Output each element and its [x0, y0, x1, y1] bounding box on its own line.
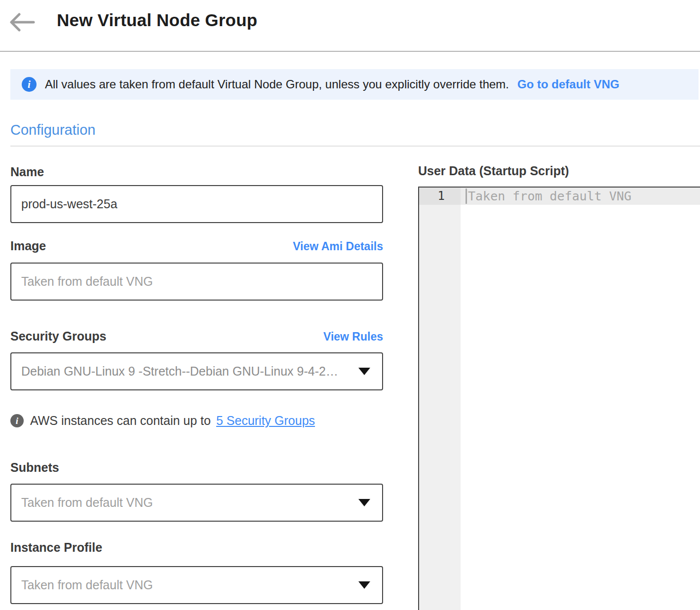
image-label: Image: [10, 239, 46, 253]
name-label: Name: [10, 165, 44, 179]
info-icon: i: [22, 77, 37, 92]
new-virtual-node-group-page: New Virtual Node Group i All values are …: [0, 0, 700, 610]
subnets-field: Subnets Taken from default VNG: [10, 460, 383, 522]
five-security-groups-link[interactable]: 5 Security Groups: [216, 414, 315, 428]
subnets-placeholder: Taken from default VNG: [21, 496, 153, 510]
chevron-down-icon: [358, 499, 370, 506]
header-divider: [0, 51, 700, 52]
subnets-label: Subnets: [10, 460, 59, 475]
editor-line-content: Taken from default VNG: [461, 188, 700, 205]
instance-profile-label: Instance Profile: [10, 540, 102, 555]
back-button[interactable]: [8, 11, 37, 34]
chevron-down-icon: [358, 581, 370, 589]
line-number: 1: [419, 188, 461, 205]
configuration-section-title: Configuration: [10, 122, 96, 138]
banner-text: All values are taken from default Virtua…: [45, 77, 509, 91]
info-banner: i All values are taken from default Virt…: [10, 69, 699, 100]
security-groups-field: Security Groups View Rules Debian GNU-Li…: [10, 329, 383, 390]
security-groups-select[interactable]: Debian GNU-Linux 9 -Stretch--Debian GNU-…: [10, 352, 383, 390]
user-data-label: User Data (Startup Script): [418, 164, 569, 178]
arrow-left-icon: [9, 13, 36, 32]
editor-active-line: 1 Taken from default VNG: [419, 188, 700, 205]
subnets-select[interactable]: Taken from default VNG: [10, 484, 383, 522]
go-to-default-vng-link[interactable]: Go to default VNG: [517, 77, 620, 91]
view-rules-link[interactable]: View Rules: [323, 330, 383, 343]
name-field: Name: [10, 165, 383, 223]
view-ami-details-link[interactable]: View Ami Details: [293, 240, 383, 253]
editor-gutter: [419, 188, 461, 610]
image-field: Image View Ami Details: [10, 239, 383, 301]
security-groups-label: Security Groups: [10, 329, 107, 343]
security-groups-note: i AWS instances can contain up to 5 Secu…: [10, 414, 315, 428]
name-input[interactable]: [10, 185, 383, 223]
instance-profile-field: Instance Profile Taken from default VNG: [10, 540, 383, 604]
security-note-text: AWS instances can contain up to: [30, 414, 211, 428]
instance-profile-placeholder: Taken from default VNG: [21, 578, 153, 592]
user-data-editor[interactable]: 1 Taken from default VNG: [418, 187, 700, 610]
info-icon: i: [10, 414, 24, 427]
editor-placeholder: Taken from default VNG: [468, 189, 631, 203]
section-divider: [10, 146, 700, 147]
page-title: New Virtual Node Group: [57, 10, 257, 30]
chevron-down-icon: [358, 368, 370, 375]
text-cursor: [466, 189, 467, 204]
security-groups-selected-value: Debian GNU-Linux 9 -Stretch--Debian GNU-…: [21, 364, 338, 379]
instance-profile-select[interactable]: Taken from default VNG: [10, 566, 383, 604]
image-input[interactable]: [10, 263, 383, 301]
